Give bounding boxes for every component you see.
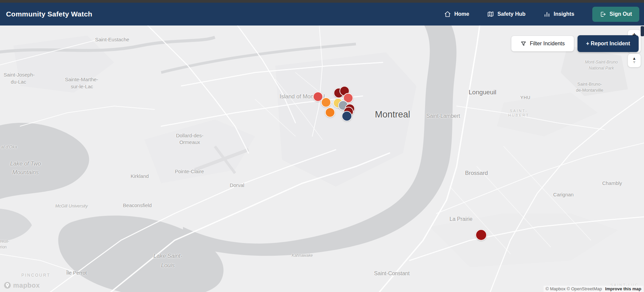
improve-map-link[interactable]: Improve this map: [605, 286, 641, 291]
filter-incidents-button[interactable]: Filter Incidents: [511, 36, 574, 51]
window-chrome-strip: [0, 0, 644, 3]
map-canvas[interactable]: Saint-EustacheSaint-Joseph-du-LacSainte-…: [0, 26, 644, 292]
app-header: Community Safety Watch Home Safety Hub I…: [0, 3, 644, 26]
nav-safety-hub[interactable]: Safety Hub: [487, 11, 525, 17]
report-incident-button[interactable]: + Report Incident: [578, 35, 639, 52]
map-icon: [487, 11, 494, 17]
incident-marker[interactable]: [321, 97, 331, 107]
mapbox-logo-text: mapbox: [13, 282, 40, 289]
nav-insights[interactable]: Insights: [544, 11, 574, 17]
nav-insights-label: Insights: [554, 11, 574, 17]
filter-funnel-icon: [520, 41, 526, 47]
nav-safety-hub-label: Safety Hub: [497, 11, 525, 17]
incident-marker[interactable]: [342, 111, 352, 121]
sign-out-label: Sign Out: [609, 11, 632, 17]
mapbox-logo[interactable]: mapbox: [3, 281, 40, 289]
attribution-osm-link[interactable]: © OpenStreetMap: [567, 286, 602, 291]
app-window: Community Safety Watch Home Safety Hub I…: [0, 0, 644, 292]
attribution-mapbox-link[interactable]: © Mapbox: [546, 286, 565, 291]
scrollbar-thumb[interactable]: [641, 26, 644, 36]
pitch-down-button[interactable]: ▼: [632, 60, 636, 64]
app-title: Community Safety Watch: [6, 10, 92, 18]
nav-home[interactable]: Home: [444, 11, 469, 17]
incident-marker[interactable]: [325, 107, 335, 117]
home-icon: [444, 11, 451, 17]
bar-chart-icon: [544, 11, 550, 17]
incident-markers-layer: [0, 26, 644, 292]
nav-home-label: Home: [454, 11, 469, 17]
sign-out-icon: [600, 11, 606, 17]
mapbox-pin-icon: [3, 281, 11, 289]
sign-out-button[interactable]: Sign Out: [592, 7, 639, 22]
map-attribution: © Mapbox © OpenStreetMap Improve this ma…: [544, 286, 643, 292]
map-pitch-control: ▲ ▼: [628, 53, 641, 67]
main-nav: Home Safety Hub Insights Sign Out: [444, 7, 639, 22]
filter-incidents-label: Filter Incidents: [530, 41, 565, 47]
incident-marker[interactable]: [475, 229, 487, 241]
